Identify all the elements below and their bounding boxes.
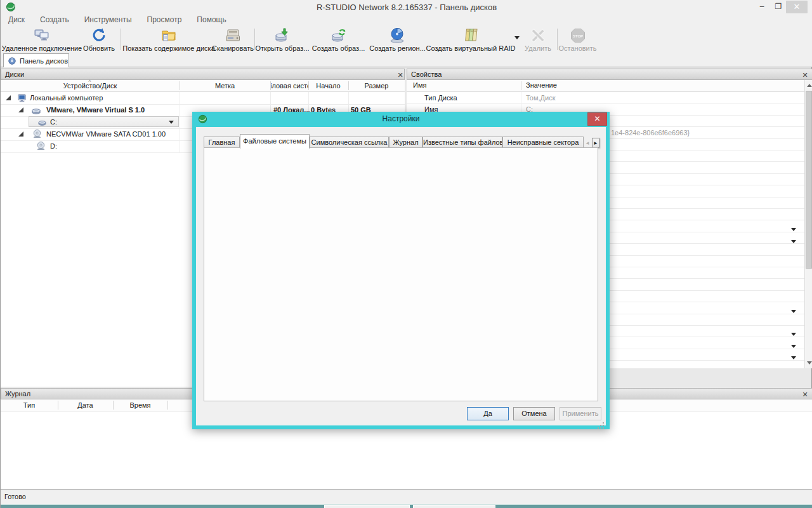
device-name: VMware, VMware Virtual S 1.0 [46,104,145,116]
dialog-tab-symlink[interactable]: Символическая ссылка [310,137,389,148]
tab-label: Панель дисков [20,57,68,65]
property-dropdown-icon[interactable] [791,356,796,359]
toolbar-button-label: Показать содержимое диска [122,44,215,52]
dialog-tab-known-file-types[interactable]: Известные типы файлов [422,137,502,148]
harddisk-icon [31,105,41,116]
create-region-button[interactable]: Создать регион... [367,27,428,52]
document-tab-bar [1,52,812,67]
property-dropdown-icon[interactable] [791,240,796,243]
raid-dropdown-caret-icon[interactable] [514,36,520,39]
tab-scroll-right-icon[interactable]: ► [592,138,599,148]
menu-create[interactable]: Создать [32,15,77,24]
maximize-button[interactable]: ❐ [771,0,786,13]
delete-icon [529,27,547,44]
dialog-tab-log[interactable]: Журнал [389,137,422,148]
menu-help[interactable]: Помощь [189,15,233,24]
column-header-time[interactable]: Время [113,399,167,411]
cd-icon [32,129,42,138]
taskbar-button[interactable] [324,505,410,508]
ok-button[interactable]: Да [467,407,509,420]
column-header-value[interactable]: Значение [526,81,557,89]
property-dropdown-icon[interactable] [791,345,796,348]
cancel-button[interactable]: Отмена [513,407,555,420]
scroll-down-icon[interactable] [807,361,812,364]
toolbar-separator [557,29,558,50]
column-header-name[interactable]: Имя [413,81,426,89]
resize-grip[interactable] [603,422,604,424]
refresh-button[interactable]: Обновить [81,27,117,52]
menu-disk[interactable]: Диск [1,15,32,24]
dialog-tab-file-systems[interactable]: Файловые системы [240,134,310,149]
remote-connection-icon [33,27,51,44]
disks-panel-close-icon[interactable]: ✕ [396,70,405,80]
column-header-start[interactable]: Начало [308,80,348,91]
properties-column-header-row: Имя Значение [407,80,804,92]
disks-column-header-row: Устройство/Диск Метка іловая систе Начал… [1,80,405,92]
svg-text:STOP: STOP [572,34,582,38]
volume-icon [37,117,47,127]
properties-panel-close-icon[interactable]: ✕ [801,70,809,80]
device-name: Локальный компьютер [30,92,103,104]
dialog-title-bar: Настройки ✕ [192,112,610,127]
create-virtual-raid-button[interactable]: Создать виртуальный RAID [431,27,511,52]
toolbar-button-label: Удалить [525,44,551,52]
cd-icon [36,141,46,150]
stop-icon: STOP [569,27,587,44]
menu-tools[interactable]: Инструменты [77,15,140,24]
property-value: Том,Диск [526,94,556,102]
delete-button[interactable]: Удалить [522,27,554,52]
log-panel-close-icon[interactable]: ✕ [801,389,809,399]
column-header-filesystem[interactable]: іловая систе [270,80,308,91]
expand-icon[interactable] [18,131,23,137]
tree-row-local-computer[interactable]: Локальный компьютер [1,92,405,105]
open-image-button[interactable]: Открыть образ... [257,27,308,52]
taskbar-button[interactable] [413,505,495,508]
stop-button[interactable]: STOP Остановить [560,27,595,52]
property-dropdown-icon[interactable] [791,310,796,313]
minimize-button[interactable]: – [754,0,769,13]
dialog-close-button[interactable]: ✕ [587,112,607,126]
column-header-date[interactable]: Дата [58,399,113,411]
toolbar-button-label: Остановить [558,44,596,52]
tab-disk-panel[interactable]: Панель дисков [3,53,69,67]
scan-button[interactable]: Сканировать [214,27,252,52]
dialog-tab-bad-sectors[interactable]: Неисправные сектора [502,137,584,148]
close-button[interactable]: ✕ [786,1,808,13]
sort-ascending-icon: ˄ [88,78,91,84]
create-region-icon [389,27,407,44]
toolbar-button-label: Обновить [83,44,115,52]
property-dropdown-icon[interactable] [791,228,796,231]
row-dropdown-icon[interactable] [169,121,174,124]
toolbar-button-label: Создать регион... [369,44,426,52]
window-title: R-STUDIO Network 8.2.165337 - Панель дис… [1,3,812,12]
property-dropdown-icon[interactable] [791,333,796,336]
refresh-icon [90,27,108,44]
column-header-label[interactable]: Метка [180,80,270,91]
device-name: NECVMWar VMware SATA CD01 1.00 [46,128,166,140]
scrollbar-thumb[interactable] [806,91,812,269]
properties-scrollbar[interactable] [804,80,812,368]
column-header-type[interactable]: Тип [1,399,58,411]
show-disk-content-button[interactable]: Показать содержимое диска [125,27,213,52]
disk-panel-tab-icon [8,57,16,65]
scroll-up-icon[interactable] [807,84,812,87]
column-header-size[interactable]: Размер [348,80,405,91]
scan-icon [224,27,242,44]
title-bar: R-STUDIO Network 8.2.165337 - Панель дис… [1,0,812,14]
create-image-button[interactable]: Создать образ... [311,27,365,52]
dialog-tab-main[interactable]: Главная [204,137,240,148]
tab-scroll-left-icon[interactable]: ◄ [584,138,591,148]
property-name: Тип Диска [424,94,457,102]
toolbar-button-label: Удаленное подключение [2,44,82,52]
expand-icon[interactable] [18,107,23,112]
apply-button[interactable]: Применить [560,407,601,420]
menu-view[interactable]: Просмотр [140,15,190,24]
toolbar-button-label: Создать виртуальный RAID [426,44,516,52]
expand-icon[interactable] [6,95,11,100]
properties-panel-header: Свойства ✕ [407,69,812,80]
toolbar-separator [121,29,121,50]
toolbar-button-label: Открыть образ... [256,44,310,52]
create-image-icon [330,27,348,44]
remote-connection-button[interactable]: Удаленное подключение [3,27,81,52]
file-systems-tab-pane [204,147,598,401]
